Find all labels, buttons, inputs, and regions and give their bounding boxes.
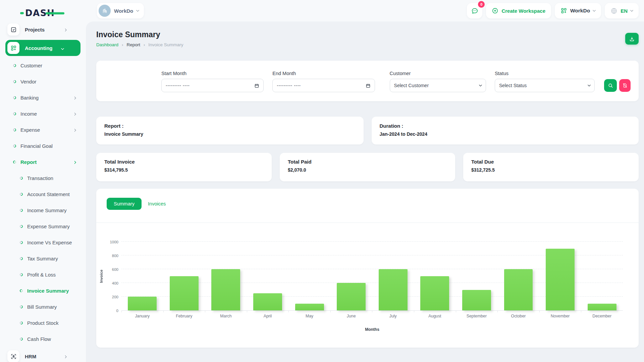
duration-card-value: Jan-2024 to Dec-2024 [380, 131, 631, 137]
total-due-value: $312,725.5 [471, 167, 631, 173]
filter-bar: Start Month --------- ---- End Month ---… [96, 61, 639, 101]
sidebar-item-bill-summary[interactable]: Bill Summary [0, 299, 86, 315]
customer-selected-value: Select Customer [394, 83, 429, 88]
tab-summary[interactable]: Summary [107, 198, 142, 210]
chevron-down-icon [630, 9, 634, 12]
chart-bars [121, 242, 623, 310]
sidebar-item-tax-summary[interactable]: Tax Summary [0, 250, 86, 266]
sidebar-item-income-summary[interactable]: Income Summary [0, 202, 86, 218]
breadcrumb-report-link[interactable]: Report [126, 42, 140, 47]
bar-january [128, 297, 157, 310]
bullet-ring-icon [12, 112, 16, 116]
language-dropdown[interactable]: EN [605, 3, 639, 18]
start-month-input[interactable]: --------- ---- [161, 79, 264, 92]
reset-filter-button[interactable] [619, 79, 631, 92]
x-tick-label-july: July [372, 314, 414, 318]
status-field: Status Select Status [495, 71, 595, 92]
sidebar-item-invoice-summary[interactable]: Invoice Summary [0, 283, 86, 299]
sidebar-item-income[interactable]: Income [0, 106, 86, 122]
language-label: EN [621, 8, 628, 14]
messages-button[interactable]: 0 [467, 3, 482, 18]
y-tick-label: 200 [112, 295, 118, 299]
bullet-ring-icon [19, 337, 23, 341]
globe-icon [610, 7, 618, 14]
sidebar-item-transaction[interactable]: Transaction [0, 170, 86, 186]
duration-card: Duration : Jan-2024 to Dec-2024 [372, 117, 639, 144]
x-tick-label-january: January [121, 314, 163, 318]
app-menu-dropdown[interactable]: WorkDo [555, 3, 601, 18]
download-report-button[interactable] [625, 33, 639, 45]
sidebar-item-cash-flow[interactable]: Cash Flow [0, 331, 86, 347]
x-tick-label-april: April [247, 314, 289, 318]
report-card-value: Invoice Summary [104, 131, 356, 137]
totals-row: Total Invoice $314,795.5 Total Paid $2,0… [96, 153, 639, 181]
tab-invoices[interactable]: Invoices [148, 201, 166, 206]
sidebar-item-financial-goal[interactable]: Financial Goal [0, 138, 86, 154]
bar-slot-february [163, 242, 205, 310]
total-due-card: Total Due $312,725.5 [463, 153, 639, 181]
bar-slot-april [247, 242, 289, 310]
sidebar-item-product-stock[interactable]: Product Stock [0, 315, 86, 331]
sidebar-item-account-statement[interactable]: Account Statement [0, 186, 86, 202]
bar-december [588, 304, 616, 311]
bar-slot-december [581, 242, 623, 310]
sidebar-item-banking[interactable]: Banking [0, 89, 86, 106]
sidebar-item-income-vs-expense[interactable]: Income Vs Expense [0, 234, 86, 250]
page-title: Invoice Summary [96, 30, 183, 39]
y-tick-label: 1000 [110, 240, 118, 244]
sidebar-item-label: Vendor [20, 79, 37, 84]
sidebar-item-label: Account Statement [27, 191, 70, 197]
breadcrumb-separator: › [144, 42, 145, 47]
bullet-ring-icon [19, 256, 23, 260]
bar-slot-may [288, 242, 330, 310]
hrm-user-focus-icon [7, 350, 19, 362]
bullet-ring-icon [19, 208, 23, 212]
customer-select[interactable]: Select Customer [390, 79, 486, 92]
bar-april [253, 293, 282, 310]
create-workspace-button[interactable]: Create Workspace [486, 3, 551, 18]
x-tick-label-february: February [163, 314, 205, 318]
end-month-label: End Month [272, 71, 375, 76]
bullet-ring-icon [19, 192, 23, 196]
x-tick-label-august: August [414, 314, 456, 318]
report-info-row: Report : Invoice Summary Duration : Jan-… [96, 117, 639, 144]
start-month-field: Start Month --------- ---- [161, 71, 264, 92]
sidebar-item-customer[interactable]: Customer [0, 57, 86, 73]
end-month-value: --------- ---- [277, 83, 301, 88]
summary-chart-card: Summary Invoices Invoice 020040060080010… [96, 189, 639, 348]
sidebar-item-label: Expense [20, 127, 40, 133]
calendar-icon [366, 83, 371, 88]
bar-slot-july [372, 242, 414, 310]
sidebar-item-expense[interactable]: Expense [0, 122, 86, 138]
x-tick-label-december: December [581, 314, 623, 318]
chevron-right-icon [64, 353, 66, 359]
end-month-input[interactable]: --------- ---- [272, 79, 375, 92]
chevron-down-icon [61, 45, 64, 51]
total-invoice-label: Total Invoice [104, 159, 264, 165]
app-logo: DASH [0, 5, 86, 21]
breadcrumb-dashboard-link[interactable]: Dashboard [96, 42, 118, 47]
projects-checkbox-icon [7, 23, 19, 36]
sidebar-item-label: Invoice Summary [27, 288, 69, 294]
total-paid-card: Total Paid $2,070.0 [280, 153, 455, 181]
download-icon [629, 36, 635, 42]
sidebar-item-profit-loss[interactable]: Profit & Loss [0, 266, 86, 283]
sidebar-item-projects[interactable]: Projects [0, 21, 86, 38]
bar-february [170, 276, 199, 311]
bar-slot-september [456, 242, 498, 310]
sidebar-item-vendor[interactable]: Vendor [0, 73, 86, 89]
workspace-switcher[interactable]: WorkDo [97, 3, 144, 18]
status-select[interactable]: Select Status [495, 79, 595, 92]
apply-filter-button[interactable] [604, 79, 617, 92]
sidebar-item-expense-summary[interactable]: Expense Summary [0, 218, 86, 234]
bar-chart: Invoice 02004006008001000 [96, 242, 639, 311]
sidebar-item-report[interactable]: Report [0, 154, 86, 170]
plus-circle-icon [492, 7, 498, 14]
duration-card-title: Duration : [380, 123, 631, 129]
sidebar-item-accounting[interactable]: Accounting [5, 40, 80, 56]
sidebar-item-label: Accounting [25, 45, 61, 51]
sidebar-item-hrm[interactable]: HRM [0, 348, 86, 362]
chart-tabs: Summary Invoices [96, 198, 639, 210]
sidebar-item-label: Tax Summary [27, 256, 58, 261]
chat-bubble-icon [471, 7, 479, 15]
